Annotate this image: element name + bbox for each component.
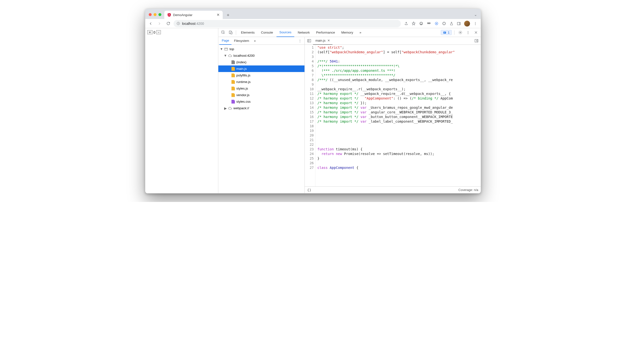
file-icon (232, 60, 235, 64)
svg-point-26 (468, 33, 468, 34)
tabs-dropdown-button[interactable] (474, 14, 477, 17)
new-tab-button[interactable]: ＋ (225, 11, 232, 18)
back-button[interactable] (147, 20, 154, 27)
sources-navigator: Page Filesystem » ⋮ ▼ top ▼ (218, 37, 305, 193)
tree-origin[interactable]: ▼ localhost:4200 (218, 52, 305, 59)
tab-elements[interactable]: Elements (238, 28, 258, 37)
file-name: (index) (236, 60, 246, 64)
extensions-icon[interactable] (442, 21, 446, 26)
counter-widget: + 0 - (147, 30, 216, 34)
file-icon (232, 73, 235, 77)
pretty-print-button[interactable]: {} (307, 188, 311, 192)
tree-top[interactable]: ▼ top (218, 46, 305, 52)
file-name: styles.css (236, 100, 251, 103)
svg-rect-20 (443, 31, 446, 33)
file-name: main.js (236, 67, 247, 71)
svg-point-7 (422, 23, 422, 23)
profile-avatar[interactable] (464, 21, 470, 27)
settings-icon[interactable] (457, 29, 464, 36)
svg-point-8 (428, 23, 429, 24)
tab-title: DemoAngular (173, 13, 215, 17)
tree-file[interactable]: runtime.js (218, 79, 305, 85)
tab-network[interactable]: Network (295, 28, 313, 37)
svg-rect-27 (225, 48, 228, 50)
file-icon (232, 67, 235, 71)
maximize-window-button[interactable] (158, 13, 161, 16)
close-editor-tab-icon[interactable]: ✕ (327, 39, 330, 42)
minimize-window-button[interactable] (154, 13, 156, 16)
browser-toolbar: localhost:4200 (145, 19, 481, 28)
device-toggle-icon[interactable] (227, 29, 234, 36)
reload-button[interactable] (165, 20, 172, 27)
code-content: "use strict";(self["webpackChunkdemo_ang… (315, 45, 457, 186)
file-icon (232, 80, 235, 84)
editor-statusbar: {} Coverage: n/a (305, 186, 481, 193)
svg-rect-21 (444, 32, 445, 32)
site-info-icon[interactable] (176, 22, 180, 25)
decrement-button[interactable]: - (156, 30, 161, 34)
tree-file[interactable]: styles.css (218, 98, 305, 105)
extension-icon-1[interactable] (419, 21, 423, 26)
issues-badge[interactable]: 1 (441, 30, 452, 35)
toolbar-actions (403, 21, 479, 27)
file-icon (232, 100, 235, 104)
svg-rect-19 (231, 32, 232, 34)
tree-file[interactable]: main.js (218, 66, 305, 72)
browser-tab[interactable]: DemoAngular ✕ (164, 11, 223, 19)
file-name: polyfills.js (236, 73, 250, 77)
issues-count: 1 (448, 31, 450, 34)
bookmark-icon[interactable] (412, 21, 416, 26)
code-editor[interactable]: 1234567891011121314151617181920212223242… (305, 45, 481, 186)
svg-point-14 (475, 22, 475, 23)
close-tab-button[interactable]: ✕ (217, 13, 220, 17)
svg-rect-22 (444, 33, 445, 33)
browser-menu-icon[interactable] (473, 22, 477, 26)
editor-tab-main-js[interactable]: main.js ✕ (313, 37, 332, 45)
labs-icon[interactable] (450, 22, 453, 26)
svg-point-24 (468, 31, 468, 32)
subtab-overflow[interactable]: » (252, 37, 258, 45)
inspect-icon[interactable] (220, 29, 227, 36)
subtab-filesystem[interactable]: Filesystem (232, 37, 251, 45)
file-name: runtime.js (236, 80, 251, 84)
address-bar[interactable]: localhost:4200 (174, 20, 401, 27)
frame-icon (224, 47, 228, 51)
tree-file[interactable]: (index) (218, 59, 305, 66)
content-area: + 0 - Elements Console Sources Network P… (145, 28, 481, 193)
tree-file[interactable]: polyfills.js (218, 72, 305, 79)
svg-point-9 (429, 23, 430, 24)
tabs-overflow[interactable]: » (356, 28, 364, 37)
tab-console[interactable]: Console (258, 28, 276, 37)
cloud-icon (228, 54, 232, 58)
tab-sources[interactable]: Sources (276, 28, 295, 37)
subtab-page[interactable]: Page (219, 37, 232, 45)
extension-icon-3[interactable] (434, 21, 439, 26)
show-navigator-icon[interactable] (306, 37, 313, 44)
share-icon[interactable] (404, 22, 408, 26)
close-window-button[interactable] (149, 13, 152, 16)
navigator-more-icon[interactable]: ⋮ (296, 39, 304, 42)
forward-button[interactable] (156, 20, 163, 27)
tab-performance[interactable]: Performance (313, 28, 338, 37)
svg-rect-13 (459, 22, 460, 25)
svg-rect-30 (308, 39, 309, 42)
url-text: localhost:4200 (182, 22, 204, 26)
sources-editor-pane: main.js ✕ 123456789101112131415161718192… (305, 37, 481, 193)
sidepanel-icon[interactable] (457, 22, 461, 26)
counter-value: 0 (153, 30, 156, 34)
tree-file[interactable]: vendor.js (218, 92, 305, 98)
editor-tabbar: main.js ✕ (305, 37, 481, 45)
tree-webpack[interactable]: ▶ webpack:// (218, 105, 305, 111)
svg-point-15 (475, 23, 475, 24)
tab-strip: DemoAngular ✕ ＋ (145, 9, 481, 19)
increment-button[interactable]: + (147, 30, 153, 34)
show-debugger-icon[interactable] (473, 37, 480, 44)
extension-icon-2[interactable] (427, 21, 431, 26)
tab-memory[interactable]: Memory (338, 28, 356, 37)
file-name: styles.js (236, 87, 248, 90)
svg-point-25 (468, 32, 468, 33)
svg-point-6 (420, 23, 421, 23)
close-devtools-icon[interactable] (472, 29, 479, 36)
tree-file[interactable]: styles.js (218, 85, 305, 92)
more-icon[interactable] (465, 29, 471, 36)
